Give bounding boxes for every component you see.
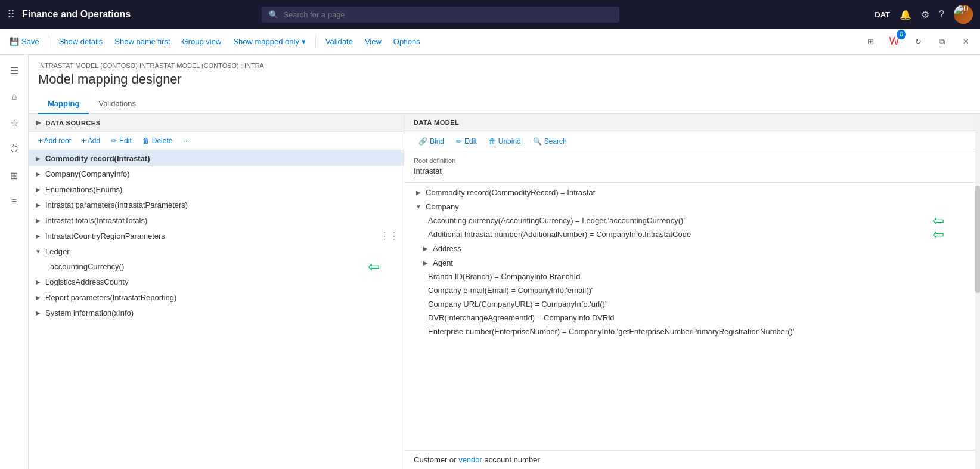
edit-button[interactable]: ✏ Edit xyxy=(106,134,137,147)
data-sources-tree: Commodity record(Intrastat) Company(Comp… xyxy=(29,150,404,469)
expand-icon-dm-company[interactable] xyxy=(414,202,423,211)
logistics-label: LogisticsAddressCounty xyxy=(45,277,399,286)
tree-item-ledger[interactable]: Ledger xyxy=(29,243,404,259)
more-button[interactable]: ··· xyxy=(178,134,194,147)
notification-icon[interactable]: 🔔 xyxy=(900,9,911,20)
close-icon[interactable]: ✕ xyxy=(956,32,975,51)
tab-mapping[interactable]: Mapping xyxy=(38,94,89,114)
data-sources-expand-icon[interactable]: ▶ xyxy=(36,119,41,126)
app-title: Finance and Operations xyxy=(22,9,131,20)
show-details-label: Show details xyxy=(59,37,103,46)
tree-item-system-info[interactable]: System information(xInfo) xyxy=(29,305,404,320)
options-button[interactable]: Options xyxy=(389,35,425,48)
dm-branch-id[interactable]: Branch ID(Branch) = CompanyInfo.BranchId xyxy=(404,270,980,283)
search-model-button[interactable]: 🔍 Search xyxy=(528,135,572,148)
save-button[interactable]: 💾 Save xyxy=(5,35,44,48)
unbind-button[interactable]: 🗑 Unbind xyxy=(484,135,526,148)
expand-icon-intrastat-totals[interactable] xyxy=(33,215,43,225)
dm-company-email[interactable]: Company e-mail(Email) = CompanyInfo.'ema… xyxy=(404,283,980,297)
add-button[interactable]: + Add xyxy=(77,134,105,147)
tab-validations[interactable]: Validations xyxy=(89,94,145,114)
settings-icon[interactable]: ⚙ xyxy=(921,9,929,20)
dm-agent-label: Agent xyxy=(433,258,453,267)
edit-model-button[interactable]: ✏ Edit xyxy=(451,135,482,148)
right-scrollbar[interactable] xyxy=(975,114,980,469)
data-sources-header: ▶ DATA SOURCES xyxy=(29,114,404,132)
expand-icon-commodity[interactable] xyxy=(33,153,43,163)
sidebar-list-icon[interactable]: ≡ xyxy=(4,191,25,212)
expand-icon-ledger[interactable] xyxy=(33,246,43,256)
vendor-link[interactable]: vendor xyxy=(458,455,482,464)
toolbar: 💾 Save Show details Show name first Grou… xyxy=(0,29,980,55)
dm-address[interactable]: Address xyxy=(404,241,980,255)
tree-item-intrastat-params[interactable]: Intrastat parameters(IntrastatParameters… xyxy=(29,197,404,212)
show-name-first-button[interactable]: Show name first xyxy=(110,35,175,48)
sidebar-grid-icon[interactable]: ⊞ xyxy=(4,165,25,186)
office-icon[interactable]: W 0 xyxy=(885,32,904,51)
right-scrollbar-thumb[interactable] xyxy=(975,186,980,293)
dm-additional-number[interactable]: Additional Intrastat number(AdditionalNu… xyxy=(404,227,980,241)
dm-enterprise-number[interactable]: Enterprise number(EnterpriseNumber) = Co… xyxy=(404,325,980,338)
expand-icon-enumerations[interactable] xyxy=(33,184,43,194)
avatar[interactable] xyxy=(954,5,973,24)
show-mapped-only-label: Show mapped only xyxy=(233,37,299,46)
tree-item-logistics[interactable]: LogisticsAddressCounty xyxy=(29,274,404,289)
refresh-icon[interactable]: ↻ xyxy=(908,32,928,51)
dm-commodity-label: Commodity record(CommodityRecord) = Intr… xyxy=(426,188,595,197)
open-icon[interactable]: ⧉ xyxy=(932,32,951,51)
dm-dvr[interactable]: DVR(InterchangeAgreementId) = CompanyInf… xyxy=(404,311,980,325)
expand-icon-system-info[interactable] xyxy=(33,308,43,317)
dm-agent[interactable]: Agent xyxy=(404,255,980,270)
expand-icon-report-params[interactable] xyxy=(33,292,43,302)
add-root-button[interactable]: + Add root xyxy=(33,134,76,147)
bind-label: Bind xyxy=(430,137,444,146)
view-button[interactable]: View xyxy=(360,35,386,48)
sidebar-star-icon[interactable]: ☆ xyxy=(4,112,25,134)
options-label: Options xyxy=(393,37,420,46)
sidebar-recent-icon[interactable]: ⏱ xyxy=(4,138,25,160)
expand-icon-dm-commodity[interactable] xyxy=(414,187,423,197)
sidebar-home-icon[interactable]: ⌂ xyxy=(4,86,25,107)
dm-company-url[interactable]: Company URL(CompanyURL) = CompanyInfo.'u… xyxy=(404,297,980,311)
enumerations-label: Enumerations(Enums) xyxy=(45,185,399,194)
expand-icon-dm-agent[interactable] xyxy=(421,258,430,267)
show-details-button[interactable]: Show details xyxy=(54,35,108,48)
delete-button[interactable]: 🗑 Delete xyxy=(138,134,178,147)
link-icon[interactable]: ⊞ xyxy=(861,32,880,51)
expand-icon-intrastat-params[interactable] xyxy=(33,200,43,209)
root-def-value: Intrastat xyxy=(414,166,442,177)
grid-icon[interactable]: ⠿ xyxy=(7,8,15,21)
bind-button[interactable]: 🔗 Bind xyxy=(414,135,449,148)
help-icon[interactable]: ? xyxy=(939,9,944,20)
dm-accounting-currency[interactable]: Accounting currency(AccountingCurrency) … xyxy=(404,214,980,227)
country-region-label: IntrastatCountryRegionParameters xyxy=(45,232,399,240)
group-view-button[interactable]: Group view xyxy=(178,35,227,48)
tree-item-intrastat-totals[interactable]: Intrastat totals(IntrastatTotals) xyxy=(29,212,404,228)
search-bar[interactable]: 🔍 xyxy=(262,7,619,23)
chevron-down-icon: ▾ xyxy=(302,37,306,46)
tree-item-report-params[interactable]: Report parameters(IntrastatReporting) xyxy=(29,289,404,305)
expand-icon-dm-address[interactable] xyxy=(421,243,430,253)
sidebar-hamburger-icon[interactable]: ☰ xyxy=(4,60,25,81)
expand-icon-country-region[interactable] xyxy=(33,231,43,240)
dm-commodity-record[interactable]: Commodity record(CommodityRecord) = Intr… xyxy=(404,185,980,199)
search-input[interactable] xyxy=(283,10,612,19)
unbind-icon: 🗑 xyxy=(489,137,496,146)
show-mapped-only-button[interactable]: Show mapped only ▾ xyxy=(228,35,311,48)
tree-item-commodity[interactable]: Commodity record(Intrastat) xyxy=(29,150,404,166)
data-sources-title: DATA SOURCES xyxy=(46,119,101,126)
left-panel: ▶ DATA SOURCES + Add root + Add ✏ Edit xyxy=(29,114,404,469)
dm-company[interactable]: Company xyxy=(404,199,980,214)
tree-item-enumerations[interactable]: Enumerations(Enums) xyxy=(29,181,404,197)
tree-item-company[interactable]: Company(CompanyInfo) xyxy=(29,166,404,181)
intrastat-totals-label: Intrastat totals(IntrastatTotals) xyxy=(45,216,399,225)
tree-item-country-region[interactable]: IntrastatCountryRegionParameters ⋮⋮ xyxy=(29,228,404,243)
expand-icon-company[interactable] xyxy=(33,169,43,178)
validate-button[interactable]: Validate xyxy=(321,35,358,48)
root-definition-section: Root definition Intrastat xyxy=(404,152,980,183)
root-def-label: Root definition xyxy=(414,157,970,164)
tree-item-accounting-currency[interactable]: accountingCurrency() ⇦ xyxy=(29,259,404,274)
expand-icon-logistics[interactable] xyxy=(33,277,43,286)
add-label: + Add xyxy=(82,137,100,145)
toolbar-right: ⊞ W 0 ↻ ⧉ ✕ xyxy=(861,32,975,51)
